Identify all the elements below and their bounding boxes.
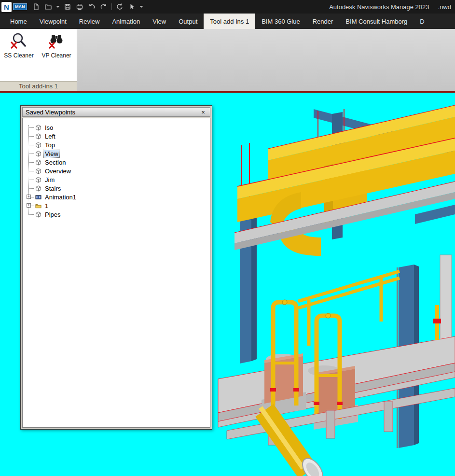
navisworks-window: N MAN [0,0,455,476]
tab-viewpoint[interactable]: Viewpoint [33,14,73,29]
close-icon[interactable]: × [199,109,207,116]
viewpoint-item-pipes[interactable]: Pipes [23,210,210,219]
saved-viewpoints-window: Saved Viewpoints × Iso Left Top [20,105,212,430]
viewpoint-item-animation1[interactable]: Animation1 [23,193,210,201]
viewpoint-cube-icon [35,142,41,148]
folder-icon [35,203,41,209]
tab-bim-360-glue[interactable]: BIM 360 Glue [255,14,306,29]
viewpoint-cube-icon [35,177,41,183]
binoculars-red-x-icon [47,32,66,50]
viewpoint-item-iso[interactable]: Iso [23,123,210,132]
new-file-icon[interactable] [32,2,41,11]
magnifier-red-x-icon [10,32,28,50]
folder-label: 1 [44,202,49,210]
refresh-icon[interactable] [115,2,124,11]
viewpoint-cube-icon [35,151,41,157]
saved-viewpoints-title: Saved Viewpoints [26,109,75,116]
open-dropdown-icon[interactable] [56,6,60,8]
select-tool-icon[interactable] [127,2,136,11]
print-icon[interactable] [75,2,84,11]
viewpoint-item-stairs[interactable]: Stairs [23,184,210,193]
man-badge: MAN [13,3,27,10]
animation-label: Animation1 [44,194,77,201]
viewpoint-label: Iso [44,124,54,131]
viewpoint-item-left[interactable]: Left [23,132,210,140]
redo-icon[interactable] [99,2,108,11]
viewpoint-cube-icon [35,168,41,174]
expand-icon[interactable] [27,195,31,199]
viewpoint-cube-icon [35,159,41,166]
viewpoint-item-section[interactable]: Section [23,158,210,167]
tab-render[interactable]: Render [306,14,340,29]
tab-view[interactable]: View [146,14,172,29]
vp-cleaner-button[interactable]: VP Cleaner [38,32,75,59]
toolbar-separator [111,3,112,10]
open-file-icon[interactable] [44,2,53,11]
viewpoint-cube-icon [35,185,41,192]
quick-access-toolbar [32,2,143,11]
viewpoints-tree: Iso Left Top View [23,118,210,219]
expand-icon[interactable] [27,203,31,208]
tab-home[interactable]: Home [4,14,33,29]
tab-d-partial[interactable]: D [414,14,430,29]
tab-review[interactable]: Review [73,14,106,29]
tab-animation[interactable]: Animation [106,14,146,29]
viewpoint-item-overview[interactable]: Overview [23,167,210,175]
viewpoint-label: Pipes [44,211,62,218]
viewpoint-label: Stairs [44,185,62,192]
customize-dropdown-icon[interactable] [139,6,143,8]
viewpoint-label-selected: View [44,150,59,157]
tab-output[interactable]: Output [172,14,204,29]
saved-viewpoints-titlebar[interactable]: Saved Viewpoints × [22,107,210,117]
viewpoint-label: Jim [44,176,55,183]
animation-icon [35,194,41,200]
viewpoint-label: Section [44,159,67,166]
viewpoint-label: Top [44,141,56,149]
viewpoint-cube-icon [35,125,41,131]
viewpoint-item-view[interactable]: View [23,149,210,158]
file-extension: .nwd [438,3,451,11]
ss-cleaner-label: SS Cleaner [4,52,33,59]
viewport-canvas[interactable]: Saved Viewpoints × Iso Left Top [0,93,455,476]
model-pipe-rack [298,271,400,346]
saved-viewpoints-body: Iso Left Top View [22,118,210,428]
tab-bim-consult-hamborg[interactable]: BIM Consult Hamborg [339,14,414,29]
ss-cleaner-button[interactable]: SS Cleaner [0,32,38,59]
app-title: Autodesk Navisworks Manage 2023 [329,3,429,11]
tool-add-ins-panel: SS Cleaner VP Cleaner [0,29,77,81]
titlebar: N MAN [0,0,455,14]
app-logo-icon: N [1,2,12,12]
ribbon-panel-area: SS Cleaner VP Cleaner Tool add- [0,29,455,93]
viewpoint-label: Overview [44,168,72,175]
save-icon[interactable] [63,2,72,11]
viewpoint-cube-icon [35,211,41,218]
viewpoint-item-jim[interactable]: Jim [23,175,210,184]
undo-icon[interactable] [87,2,96,11]
folder-item-1[interactable]: 1 [23,201,210,210]
ribbon-tab-bar: Home Viewpoint Review Animation View Out… [0,14,455,29]
panel-label-tool-add-ins[interactable]: Tool add-ins 1 [0,81,77,91]
viewpoint-cube-icon [35,133,41,140]
viewpoint-item-top[interactable]: Top [23,140,210,149]
viewpoint-label: Left [44,133,56,140]
vp-cleaner-label: VP Cleaner [41,52,71,59]
tab-tool-add-ins-1[interactable]: Tool add-ins 1 [204,14,255,29]
